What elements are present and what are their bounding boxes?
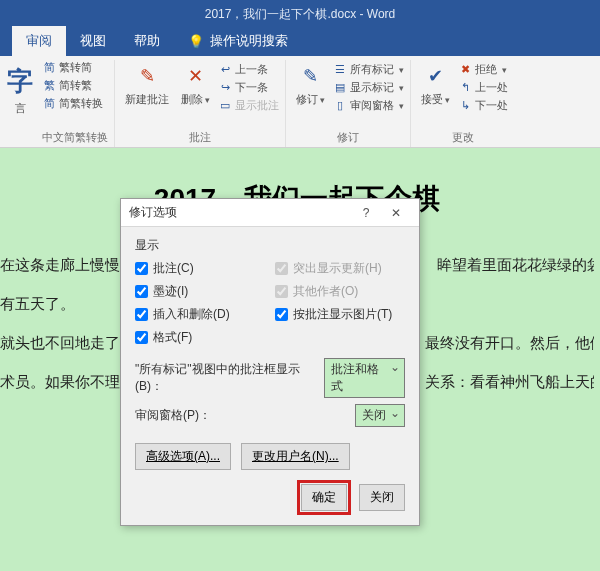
lightbulb-icon: 💡 bbox=[188, 34, 204, 49]
dialog-body: 显示 批注(C) 突出显示更新(H) 墨迹(I) 其他作者(O) 插入和删除(D… bbox=[121, 227, 419, 525]
btn-reject[interactable]: ✖拒绝▾ bbox=[458, 62, 508, 77]
chevron-down-icon: ▾ bbox=[502, 65, 507, 75]
lbl-reviewing-pane: 审阅窗格(P)： bbox=[135, 407, 211, 424]
btn-simp-trad-convert[interactable]: 简简繁转换 bbox=[42, 96, 103, 111]
close-icon: ✕ bbox=[391, 206, 401, 220]
dialog-track-options: 修订选项 ? ✕ 显示 批注(C) 突出显示更新(H) 墨迹(I) 其他作者(O… bbox=[120, 198, 420, 526]
btn-accept[interactable]: ✔接受▾ bbox=[417, 60, 454, 109]
new-comment-icon: ✎ bbox=[133, 62, 161, 90]
char-preview: 字 言 bbox=[4, 60, 36, 147]
next-icon: ↪ bbox=[218, 81, 232, 95]
chk-pictures-by-comment[interactable]: 按批注显示图片(T) bbox=[275, 306, 405, 323]
btn-track-changes[interactable]: ✎修订▾ bbox=[292, 60, 329, 109]
prev-change-icon: ↰ bbox=[458, 81, 472, 95]
dd-show-markup[interactable]: ▤显示标记▾ bbox=[333, 80, 404, 95]
group-label-comments: 批注 bbox=[121, 128, 279, 147]
char-big: 字 bbox=[7, 64, 33, 99]
btn-advanced-options[interactable]: 高级选项(A)... bbox=[135, 443, 231, 470]
group-comments: ✎新建批注 ✕删除▾ ↩上一条 ↪下一条 ▭显示批注 批注 bbox=[115, 60, 286, 147]
btn-prev-comment[interactable]: ↩上一条 bbox=[218, 62, 279, 77]
tab-tellme[interactable]: 💡 操作说明搜索 bbox=[174, 26, 302, 56]
chk-highlight-updates: 突出显示更新(H) bbox=[275, 260, 405, 277]
dd-reviewing-pane[interactable]: ▯审阅窗格▾ bbox=[333, 98, 404, 113]
ribbon: 字 言 简繁转简 繁简转繁 简简繁转换 中文简繁转换 ✎新建批注 ✕删除▾ ↩上… bbox=[0, 56, 600, 148]
tab-help[interactable]: 帮助 bbox=[120, 26, 174, 56]
select-balloons[interactable]: 批注和格式 bbox=[324, 358, 405, 398]
tellme-label: 操作说明搜索 bbox=[210, 32, 288, 50]
convert-icon: 简 bbox=[42, 61, 56, 75]
chevron-down-icon: ▾ bbox=[445, 95, 450, 105]
chevron-down-icon: ▾ bbox=[399, 101, 404, 111]
track-icon: ✎ bbox=[297, 62, 325, 90]
chevron-down-icon: ▾ bbox=[205, 95, 210, 105]
btn-new-comment[interactable]: ✎新建批注 bbox=[121, 60, 173, 109]
markup-icon: ☰ bbox=[333, 63, 347, 77]
group-label-changes: 更改 bbox=[417, 128, 508, 147]
help-icon: ? bbox=[363, 206, 370, 220]
chevron-down-icon: ▾ bbox=[320, 95, 325, 105]
delete-comment-icon: ✕ bbox=[182, 62, 210, 90]
char-small: 言 bbox=[15, 101, 26, 116]
accept-icon: ✔ bbox=[422, 62, 450, 90]
chk-insert-delete[interactable]: 插入和删除(D) bbox=[135, 306, 265, 323]
group-label-tracking: 修订 bbox=[292, 128, 404, 147]
group-simplified: 简繁转简 繁简转繁 简简繁转换 中文简繁转换 bbox=[36, 60, 115, 147]
btn-ok[interactable]: 确定 bbox=[301, 484, 347, 511]
btn-show-comments[interactable]: ▭显示批注 bbox=[218, 98, 279, 113]
chk-ink[interactable]: 墨迹(I) bbox=[135, 283, 265, 300]
section-show: 显示 bbox=[135, 237, 405, 254]
tab-review[interactable]: 审阅 bbox=[12, 26, 66, 56]
pane-icon: ▯ bbox=[333, 99, 347, 113]
chevron-down-icon: ▾ bbox=[399, 65, 404, 75]
dialog-title: 修订选项 bbox=[129, 204, 177, 221]
chk-comments[interactable]: 批注(C) bbox=[135, 260, 265, 277]
btn-next-change[interactable]: ↳下一处 bbox=[458, 98, 508, 113]
prev-icon: ↩ bbox=[218, 63, 232, 77]
btn-delete-comment[interactable]: ✕删除▾ bbox=[177, 60, 214, 109]
dialog-titlebar: 修订选项 ? ✕ bbox=[121, 199, 419, 227]
btn-change-username[interactable]: 更改用户名(N)... bbox=[241, 443, 350, 470]
lbl-balloons: "所有标记"视图中的批注框显示(B)： bbox=[135, 361, 312, 395]
group-changes: ✔接受▾ ✖拒绝▾ ↰上一处 ↳下一处 更改 bbox=[411, 60, 514, 147]
convert-icon: 繁 bbox=[42, 79, 56, 93]
chevron-down-icon: ▾ bbox=[399, 83, 404, 93]
row-reviewing-pane: 审阅窗格(P)： 关闭 bbox=[135, 404, 405, 427]
row-balloons: "所有标记"视图中的批注框显示(B)： 批注和格式 bbox=[135, 358, 405, 398]
window-title-bar: 2017，我们一起下个棋.docx - Word bbox=[0, 0, 600, 28]
dialog-close-button[interactable]: ✕ bbox=[381, 199, 411, 227]
dialog-help-button[interactable]: ? bbox=[351, 199, 381, 227]
select-reviewing-pane[interactable]: 关闭 bbox=[355, 404, 405, 427]
show-comments-icon: ▭ bbox=[218, 99, 232, 113]
ribbon-tabs: 审阅 视图 帮助 💡 操作说明搜索 bbox=[0, 28, 600, 56]
tab-view[interactable]: 视图 bbox=[66, 26, 120, 56]
chk-formatting[interactable]: 格式(F) bbox=[135, 329, 265, 346]
window-title: 2017，我们一起下个棋.docx - Word bbox=[205, 6, 396, 23]
reject-icon: ✖ bbox=[458, 63, 472, 77]
btn-cancel[interactable]: 关闭 bbox=[359, 484, 405, 511]
next-change-icon: ↳ bbox=[458, 99, 472, 113]
convert-icon: 简 bbox=[42, 97, 56, 111]
btn-prev-change[interactable]: ↰上一处 bbox=[458, 80, 508, 95]
group-label-simplified: 中文简繁转换 bbox=[42, 128, 108, 147]
group-tracking: ✎修订▾ ☰所有标记▾ ▤显示标记▾ ▯审阅窗格▾ 修订 bbox=[286, 60, 411, 147]
btn-next-comment[interactable]: ↪下一条 bbox=[218, 80, 279, 95]
show-markup-icon: ▤ bbox=[333, 81, 347, 95]
dd-display-for-review[interactable]: ☰所有标记▾ bbox=[333, 62, 404, 77]
chk-other-authors: 其他作者(O) bbox=[275, 283, 405, 300]
btn-simp-to-trad[interactable]: 繁简转繁 bbox=[42, 78, 103, 93]
btn-trad-to-simp[interactable]: 简繁转简 bbox=[42, 60, 103, 75]
